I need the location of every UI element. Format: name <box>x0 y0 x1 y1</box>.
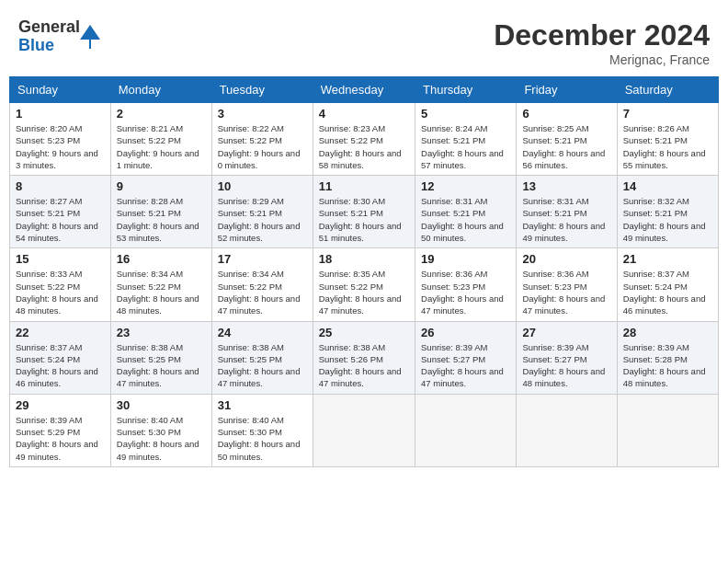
day-info: Sunrise: 8:32 AM Sunset: 5:21 PM Dayligh… <box>623 195 712 244</box>
day-number: 24 <box>218 326 307 339</box>
calendar-cell: 15Sunrise: 8:33 AM Sunset: 5:22 PM Dayli… <box>10 248 111 321</box>
calendar-header-sunday: Sunday <box>10 77 111 103</box>
day-number: 20 <box>522 252 610 266</box>
day-info: Sunrise: 8:35 AM Sunset: 5:22 PM Dayligh… <box>319 268 409 316</box>
calendar-header-tuesday: Tuesday <box>211 77 313 103</box>
calendar-cell: 17Sunrise: 8:34 AM Sunset: 5:22 PM Dayli… <box>211 248 313 321</box>
day-info: Sunrise: 8:33 AM Sunset: 5:22 PM Dayligh… <box>16 268 105 316</box>
day-number: 28 <box>623 326 712 339</box>
calendar-header-saturday: Saturday <box>617 77 718 103</box>
calendar-cell: 5Sunrise: 8:24 AM Sunset: 5:21 PM Daylig… <box>415 103 517 176</box>
day-number: 4 <box>319 107 409 121</box>
day-number: 9 <box>117 179 206 193</box>
day-number: 18 <box>319 252 409 266</box>
calendar-header-wednesday: Wednesday <box>313 77 415 103</box>
calendar-cell: 14Sunrise: 8:32 AM Sunset: 5:21 PM Dayli… <box>617 176 718 248</box>
svg-marker-0 <box>80 25 100 40</box>
calendar-cell: 31Sunrise: 8:40 AM Sunset: 5:30 PM Dayli… <box>211 394 313 466</box>
day-number: 14 <box>623 179 712 193</box>
calendar-cell: 27Sunrise: 8:39 AM Sunset: 5:27 PM Dayli… <box>517 321 617 394</box>
calendar-header-thursday: Thursday <box>415 77 517 103</box>
calendar-week-row: 29Sunrise: 8:39 AM Sunset: 5:29 PM Dayli… <box>10 394 719 466</box>
day-info: Sunrise: 8:39 AM Sunset: 5:27 PM Dayligh… <box>522 341 610 390</box>
day-info: Sunrise: 8:20 AM Sunset: 5:23 PM Dayligh… <box>16 122 105 171</box>
calendar-cell: 9Sunrise: 8:28 AM Sunset: 5:21 PM Daylig… <box>110 176 211 248</box>
calendar-week-row: 8Sunrise: 8:27 AM Sunset: 5:21 PM Daylig… <box>10 176 719 248</box>
svg-rect-1 <box>89 40 91 49</box>
day-number: 1 <box>16 107 105 121</box>
calendar-cell: 21Sunrise: 8:37 AM Sunset: 5:24 PM Dayli… <box>617 248 718 321</box>
day-info: Sunrise: 8:31 AM Sunset: 5:21 PM Dayligh… <box>522 195 610 244</box>
calendar-cell <box>313 394 415 466</box>
logo: General Blue <box>18 18 100 55</box>
calendar-cell: 3Sunrise: 8:22 AM Sunset: 5:22 PM Daylig… <box>211 103 313 176</box>
day-number: 5 <box>421 107 510 121</box>
title-block: December 2024 Merignac, France <box>494 18 710 67</box>
day-number: 22 <box>16 326 105 339</box>
calendar-cell <box>517 394 617 466</box>
day-number: 19 <box>421 252 510 266</box>
day-info: Sunrise: 8:22 AM Sunset: 5:22 PM Dayligh… <box>218 122 307 171</box>
calendar-cell: 10Sunrise: 8:29 AM Sunset: 5:21 PM Dayli… <box>211 176 313 248</box>
day-number: 8 <box>16 179 105 193</box>
calendar-cell: 8Sunrise: 8:27 AM Sunset: 5:21 PM Daylig… <box>10 176 111 248</box>
day-info: Sunrise: 8:36 AM Sunset: 5:23 PM Dayligh… <box>421 268 510 316</box>
day-number: 23 <box>117 326 206 339</box>
calendar-cell <box>415 394 517 466</box>
calendar-cell: 20Sunrise: 8:36 AM Sunset: 5:23 PM Dayli… <box>517 248 617 321</box>
day-info: Sunrise: 8:30 AM Sunset: 5:21 PM Dayligh… <box>319 195 409 244</box>
day-info: Sunrise: 8:37 AM Sunset: 5:24 PM Dayligh… <box>16 341 105 390</box>
day-info: Sunrise: 8:23 AM Sunset: 5:22 PM Dayligh… <box>319 122 409 171</box>
day-number: 2 <box>117 107 206 121</box>
day-number: 10 <box>218 179 307 193</box>
day-info: Sunrise: 8:28 AM Sunset: 5:21 PM Dayligh… <box>117 195 206 244</box>
day-number: 30 <box>117 398 206 412</box>
day-info: Sunrise: 8:25 AM Sunset: 5:21 PM Dayligh… <box>522 122 610 171</box>
day-number: 11 <box>319 179 409 193</box>
day-number: 16 <box>117 252 206 266</box>
day-number: 13 <box>522 179 610 193</box>
day-info: Sunrise: 8:37 AM Sunset: 5:24 PM Dayligh… <box>623 268 712 316</box>
calendar-cell: 18Sunrise: 8:35 AM Sunset: 5:22 PM Dayli… <box>313 248 415 321</box>
day-info: Sunrise: 8:34 AM Sunset: 5:22 PM Dayligh… <box>218 268 307 316</box>
day-number: 17 <box>218 252 307 266</box>
calendar-week-row: 15Sunrise: 8:33 AM Sunset: 5:22 PM Dayli… <box>10 248 719 321</box>
logo-blue-text: Blue <box>18 37 80 55</box>
day-info: Sunrise: 8:38 AM Sunset: 5:25 PM Dayligh… <box>218 341 307 390</box>
calendar-cell: 4Sunrise: 8:23 AM Sunset: 5:22 PM Daylig… <box>313 103 415 176</box>
page-header: General Blue December 2024 Merignac, Fra… <box>9 9 719 72</box>
day-info: Sunrise: 8:39 AM Sunset: 5:28 PM Dayligh… <box>623 341 712 390</box>
calendar-cell: 6Sunrise: 8:25 AM Sunset: 5:21 PM Daylig… <box>517 103 617 176</box>
day-number: 3 <box>218 107 307 121</box>
logo-general-text: General <box>18 18 80 37</box>
calendar-cell: 16Sunrise: 8:34 AM Sunset: 5:22 PM Dayli… <box>110 248 211 321</box>
calendar-cell: 2Sunrise: 8:21 AM Sunset: 5:22 PM Daylig… <box>110 103 211 176</box>
calendar-cell: 29Sunrise: 8:39 AM Sunset: 5:29 PM Dayli… <box>10 394 111 466</box>
day-info: Sunrise: 8:36 AM Sunset: 5:23 PM Dayligh… <box>522 268 610 316</box>
month-title: December 2024 <box>494 18 710 52</box>
calendar-week-row: 1Sunrise: 8:20 AM Sunset: 5:23 PM Daylig… <box>10 103 719 176</box>
calendar-cell: 1Sunrise: 8:20 AM Sunset: 5:23 PM Daylig… <box>10 103 111 176</box>
day-number: 27 <box>522 326 610 339</box>
calendar-cell: 30Sunrise: 8:40 AM Sunset: 5:30 PM Dayli… <box>110 394 211 466</box>
day-info: Sunrise: 8:40 AM Sunset: 5:30 PM Dayligh… <box>117 414 206 463</box>
day-number: 31 <box>218 398 307 412</box>
calendar-cell: 25Sunrise: 8:38 AM Sunset: 5:26 PM Dayli… <box>313 321 415 394</box>
day-number: 7 <box>623 107 712 121</box>
calendar-header-row: SundayMondayTuesdayWednesdayThursdayFrid… <box>10 77 719 103</box>
day-info: Sunrise: 8:31 AM Sunset: 5:21 PM Dayligh… <box>421 195 510 244</box>
day-number: 26 <box>421 326 510 339</box>
calendar-header-monday: Monday <box>110 77 211 103</box>
calendar-cell: 28Sunrise: 8:39 AM Sunset: 5:28 PM Dayli… <box>617 321 718 394</box>
calendar-cell: 12Sunrise: 8:31 AM Sunset: 5:21 PM Dayli… <box>415 176 517 248</box>
day-info: Sunrise: 8:39 AM Sunset: 5:29 PM Dayligh… <box>16 414 105 463</box>
day-number: 29 <box>16 398 105 412</box>
calendar-cell: 13Sunrise: 8:31 AM Sunset: 5:21 PM Dayli… <box>517 176 617 248</box>
calendar-table: SundayMondayTuesdayWednesdayThursdayFrid… <box>9 76 719 467</box>
calendar-cell <box>617 394 718 466</box>
day-info: Sunrise: 8:27 AM Sunset: 5:21 PM Dayligh… <box>16 195 105 244</box>
day-number: 15 <box>16 252 105 266</box>
calendar-cell: 7Sunrise: 8:26 AM Sunset: 5:21 PM Daylig… <box>617 103 718 176</box>
day-info: Sunrise: 8:26 AM Sunset: 5:21 PM Dayligh… <box>623 122 712 171</box>
day-info: Sunrise: 8:40 AM Sunset: 5:30 PM Dayligh… <box>218 414 307 463</box>
